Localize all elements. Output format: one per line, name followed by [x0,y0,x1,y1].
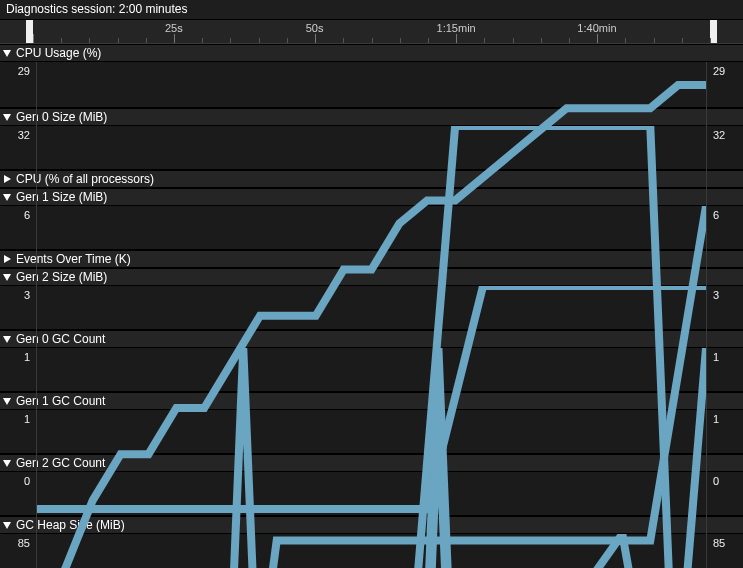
plot-row-cpu: 290290 [0,62,743,108]
triangle-down-icon [2,520,12,530]
triangle-down-icon [2,396,12,406]
triangle-down-icon [2,458,12,468]
plot-row-gcheap: 850850 [0,534,743,568]
plot-row-g1gc: 1010 [0,410,743,454]
session-header: Diagnostics session: 2:00 minutes [0,0,743,20]
time-ruler[interactable]: 25s50s1:15min1:40min [0,20,743,44]
triangle-down-icon [2,334,12,344]
ruler-label: 25s [165,22,183,34]
ruler-label: 50s [306,22,324,34]
triangle-down-icon [2,48,12,58]
triangle-right-icon [2,174,12,184]
plot-row-gen1sz: 6060 [0,206,743,250]
triangle-right-icon [2,254,12,264]
section-title: CPU Usage (%) [16,46,101,60]
plot-row-gen0sz: 320320 [0,126,743,170]
triangle-down-icon [2,192,12,202]
session-title: Diagnostics session: 2:00 minutes [6,2,187,16]
ruler-label: 1:15min [437,22,476,34]
yaxis-left: 850 [0,534,36,568]
plot-gcheap[interactable] [36,534,707,568]
plot-row-g0gc: 1010 [0,348,743,392]
triangle-down-icon [2,112,12,122]
triangle-down-icon [2,272,12,282]
ruler-ticks: 25s50s1:15min1:40min [0,20,743,43]
ruler-label: 1:40min [577,22,616,34]
yaxis-right: 850 [707,534,743,568]
plot-row-g2gc: 00 [0,472,743,516]
plot-row-gen2sz: 3030 [0,286,743,330]
section-header-cpu[interactable]: CPU Usage (%) [0,44,743,62]
